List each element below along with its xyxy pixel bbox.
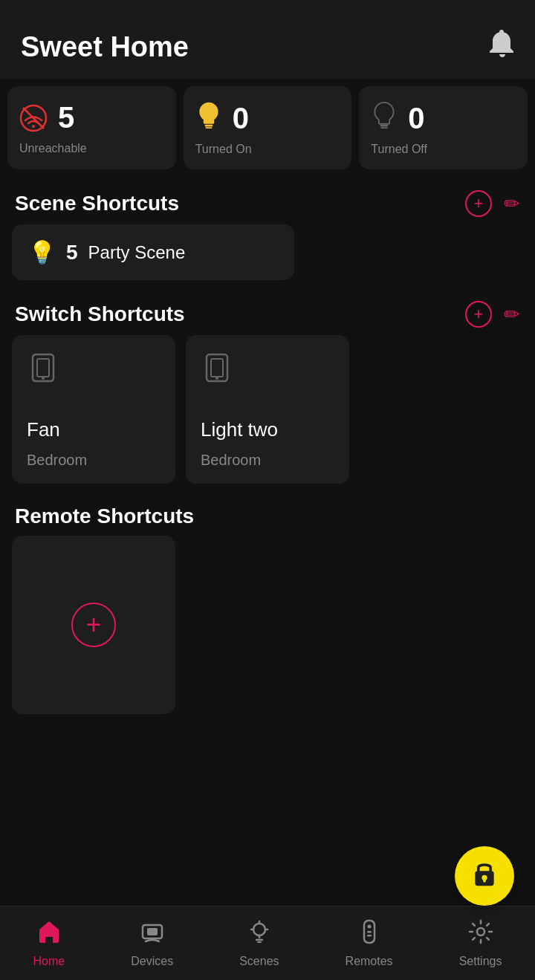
settings-icon [468, 919, 493, 950]
switch-list: Fan Bedroom Light two Bedroom [0, 335, 535, 491]
svg-point-18 [253, 924, 265, 935]
scene-name: Party Scene [88, 242, 186, 263]
switch-shortcuts-title: Switch Shortcuts [15, 302, 185, 326]
svg-rect-27 [367, 931, 372, 933]
switch-fan-room: Bedroom [27, 452, 160, 469]
svg-rect-15 [483, 879, 486, 883]
bulb-off-icon [371, 101, 398, 135]
nav-scenes-label: Scenes [239, 955, 279, 968]
scene-bulb-icon: 💡 [28, 239, 56, 265]
nav-devices-label: Devices [131, 955, 173, 968]
scene-actions: + ✏ [465, 190, 520, 217]
svg-point-29 [477, 928, 484, 935]
unreachable-count: 5 [58, 101, 74, 134]
switch-light-room: Bedroom [201, 452, 334, 469]
remotes-icon [357, 919, 382, 950]
edit-scene-button[interactable]: ✏ [504, 192, 520, 215]
bulb-on-icon [195, 101, 222, 135]
scene-party-card[interactable]: 💡 5 Party Scene [12, 224, 294, 280]
turned-on-card[interactable]: 0 Turned On [184, 86, 352, 169]
header: Sweet Home [0, 0, 535, 79]
add-scene-button[interactable]: + [465, 190, 492, 217]
svg-rect-3 [204, 125, 213, 127]
add-switch-button[interactable]: + [465, 301, 492, 328]
nav-home[interactable]: Home [22, 913, 77, 974]
lock-icon [470, 859, 499, 894]
scene-shortcuts-title: Scene Shortcuts [15, 192, 179, 215]
turned-off-label: Turned Off [371, 143, 516, 156]
switch-light-name: Light two [201, 418, 334, 441]
nav-remotes[interactable]: Remotes [334, 913, 405, 974]
svg-rect-6 [381, 127, 388, 129]
switch-shortcuts-header: Switch Shortcuts + ✏ [0, 288, 535, 335]
turned-on-count: 0 [233, 102, 249, 135]
turned-off-card[interactable]: 0 Turned Off [359, 86, 528, 169]
home-icon [36, 919, 62, 950]
nav-settings-label: Settings [459, 955, 502, 968]
switch-fan-icon [27, 351, 59, 384]
app-title: Sweet Home [21, 31, 189, 63]
unreachable-label: Unreachable [19, 142, 164, 155]
turned-off-count: 0 [408, 102, 424, 135]
nav-home-label: Home [33, 955, 65, 968]
turned-on-label: Turned On [195, 143, 340, 156]
svg-rect-17 [147, 928, 158, 935]
switch-fan-name: Fan [27, 418, 160, 441]
nav-remotes-label: Remotes [346, 955, 393, 968]
svg-point-2 [32, 125, 35, 128]
edit-switch-button[interactable]: ✏ [504, 303, 520, 326]
scenes-icon [247, 919, 272, 950]
svg-rect-4 [205, 127, 212, 129]
svg-point-26 [367, 924, 371, 928]
add-remote-icon: + [71, 603, 116, 647]
remote-shortcuts-title: Remote Shortcuts [15, 504, 194, 528]
remote-shortcuts-header: Remote Shortcuts [0, 491, 535, 536]
scene-shortcuts-header: Scene Shortcuts + ✏ [0, 177, 535, 224]
svg-rect-5 [380, 125, 389, 127]
switch-light-icon [201, 351, 233, 384]
switch-actions: + ✏ [465, 301, 520, 328]
svg-rect-28 [367, 935, 372, 937]
notification-bell-icon[interactable] [489, 30, 514, 64]
scene-count: 5 [66, 241, 78, 265]
svg-rect-11 [211, 359, 223, 377]
svg-point-9 [42, 377, 45, 380]
svg-point-12 [215, 377, 218, 380]
devices-icon [140, 919, 165, 950]
bottom-nav: Home Devices Scenes [0, 906, 535, 980]
scene-list: 💡 5 Party Scene [0, 224, 535, 288]
nav-devices[interactable]: Devices [119, 913, 185, 974]
unreachable-card[interactable]: 5 Unreachable [7, 86, 176, 169]
unreachable-icon [19, 104, 48, 132]
lock-fab-button[interactable] [455, 846, 514, 906]
status-row: 5 Unreachable 0 Turned On [0, 79, 535, 177]
nav-settings[interactable]: Settings [447, 913, 514, 974]
nav-scenes[interactable]: Scenes [227, 913, 291, 974]
add-remote-card[interactable]: + [12, 536, 175, 714]
switch-fan-card[interactable]: Fan Bedroom [12, 335, 175, 484]
remote-list: + [0, 536, 535, 721]
svg-rect-8 [37, 359, 49, 377]
switch-light-card[interactable]: Light two Bedroom [186, 335, 349, 484]
